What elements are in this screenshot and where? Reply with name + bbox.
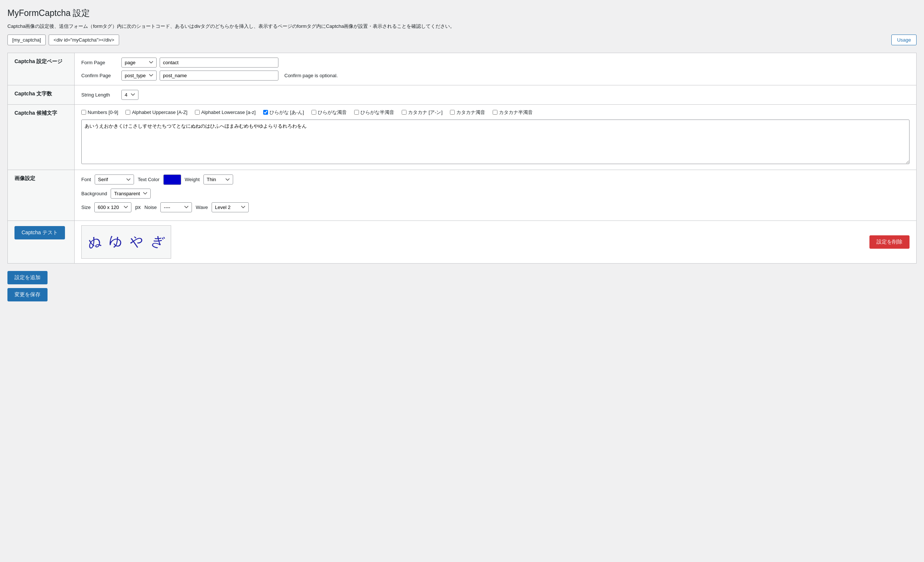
cb-upper[interactable] [126,110,130,115]
cb-hiragana-handakuten-label: ひらがな半濁音 [360,109,394,116]
image-row-3: Size 600 x 120 400 x 100 300 x 80 px Noi… [81,202,909,212]
image-row-1: Font Serif Sans-serif Monospace Text Col… [81,174,909,185]
captcha-chars-cell: Numbers [0-9] Alphabet Uppercase [A-Z] A… [75,104,916,169]
captcha-td-inner: ぬ ゆ や ぎ 設定を削除 [81,225,909,259]
image-settings-cell: Font Serif Sans-serif Monospace Text Col… [75,169,916,220]
text-color-label: Text Color [138,177,160,182]
form-page-row: Form Page page post_type [81,57,909,67]
cb-katakana-handakuten-item[interactable]: カタカナ半濁音 [493,109,533,116]
captcha-length-cell: String Length 1 2 3 4 5 6 7 8 [75,85,916,104]
cb-katakana-dakuten-item[interactable]: カタカナ濁音 [450,109,485,116]
confirm-page-label: Confirm Page [81,73,118,78]
form-page-type-select[interactable]: page post_type [122,57,157,67]
captcha-chars-row: Captcha 候補文字 Numbers [0-9] Alphabet Uppe… [8,104,916,169]
cb-katakana[interactable] [402,110,406,115]
font-select[interactable]: Serif Sans-serif Monospace [94,174,134,184]
cb-katakana-handakuten-label: カタカナ半濁音 [499,109,533,116]
cb-katakana-item[interactable]: カタカナ [ア-ン] [402,109,442,116]
captcha-chars-display: ぬ ゆ や ぎ [88,233,165,251]
action-buttons: 設定を追加 変更を保存 [8,271,916,301]
string-length-label: String Length [81,92,118,97]
px-label: px [135,204,141,210]
cb-katakana-handakuten[interactable] [493,110,498,115]
cb-upper-item[interactable]: Alphabet Uppercase [A-Z] [126,109,188,116]
string-length-select[interactable]: 1 2 3 4 5 6 7 8 [122,90,138,100]
confirm-note: Confirm page is optional. [284,73,338,78]
captcha-test-label: Captcha テスト [8,220,75,263]
cb-hiragana-label: ひらがな [あ-ん] [270,109,304,116]
usage-btn[interactable]: Usage [891,34,916,45]
cb-numbers-item[interactable]: Numbers [0-9] [81,109,118,116]
cb-hiragana-handakuten[interactable] [354,110,359,115]
image-settings-label: 画像設定 [8,169,75,220]
captcha-page-row: Captcha 設定ページ Form Page page post_type C… [8,53,916,85]
save-changes-btn[interactable]: 変更を保存 [8,288,48,301]
cb-upper-label: Alphabet Uppercase [A-Z] [132,109,188,115]
form-page-value-input[interactable] [160,57,278,67]
confirm-page-type-select[interactable]: page post_type [122,70,157,81]
weight-select[interactable]: Thin Light Normal Bold [203,174,233,184]
cb-lower-item[interactable]: Alphabet Lowercase [a-z] [195,109,256,116]
cb-hiragana-item[interactable]: ひらがな [あ-ん] [263,109,304,116]
shortcode-bar: [my_captcha] <div id="myCaptcha"></div> … [8,34,916,45]
cb-numbers-label: Numbers [0-9] [88,109,118,115]
weight-label: Weight [185,177,200,182]
image-settings-row: 画像設定 Font Serif Sans-serif Monospace Tex… [8,169,916,220]
background-select[interactable]: Transparent White Black Gray [111,189,151,199]
captcha-page-cell: Form Page page post_type Confirm Page pa… [75,53,916,85]
captcha-char-2: ゆ [107,231,124,253]
captcha-preview: ぬ ゆ や ぎ [81,225,171,259]
cb-lower[interactable] [195,110,200,115]
cb-hiragana-dakuten-label: ひらがな濁音 [318,109,347,116]
cb-katakana-dakuten-label: カタカナ濁音 [456,109,485,116]
image-row-2: Background Transparent White Black Gray [81,189,909,199]
captcha-char-4: ぎ [149,232,167,252]
cb-hiragana[interactable] [263,110,268,115]
page-description: Captcha画像の設定後、送信フォーム（formタグ）内に次のショートコード、… [8,22,916,30]
captcha-char-1: ぬ [86,231,102,252]
settings-table: Captcha 設定ページ Form Page page post_type C… [8,53,916,264]
page-title: MyFormCaptcha 設定 [8,7,916,19]
font-label: Font [81,177,91,182]
captcha-test-btn[interactable]: Captcha テスト [15,226,65,240]
checkbox-grid: Numbers [0-9] Alphabet Uppercase [A-Z] A… [81,109,909,116]
add-settings-btn[interactable]: 設定を追加 [8,271,48,284]
shortcode-1-btn[interactable]: [my_captcha] [8,34,46,45]
text-color-swatch[interactable] [164,174,181,185]
size-select[interactable]: 600 x 120 400 x 100 300 x 80 [94,202,131,212]
string-length-row: String Length 1 2 3 4 5 6 7 8 [81,90,909,100]
cb-hiragana-handakuten-item[interactable]: ひらがな半濁音 [354,109,394,116]
noise-select[interactable]: ---- Low Medium High [160,202,192,212]
cb-katakana-label: カタカナ [ア-ン] [408,109,442,116]
cb-lower-label: Alphabet Lowercase [a-z] [201,109,256,115]
confirm-page-value-input[interactable] [160,70,278,81]
noise-label: Noise [144,205,157,210]
confirm-page-row: Confirm Page page post_type Confirm page… [81,70,909,81]
captcha-length-label: Captcha 文字数 [8,85,75,104]
cb-katakana-dakuten[interactable] [450,110,455,115]
cb-numbers[interactable] [81,110,86,115]
captcha-length-row: Captcha 文字数 String Length 1 2 3 4 5 6 7 … [8,85,916,104]
delete-settings-btn[interactable]: 設定を削除 [869,235,909,249]
background-label: Background [81,191,107,196]
wave-label: Wave [196,205,208,210]
captcha-char-3: や [128,232,145,252]
cb-hiragana-dakuten[interactable] [312,110,316,115]
form-page-label: Form Page [81,60,118,65]
captcha-test-row: Captcha テスト ぬ ゆ や ぎ 設定を削除 [8,220,916,263]
candidate-textarea[interactable]: あいうえおかきくけこさしすせそたちつてとなにぬねのはひふへほまみむめもやゆよらり… [81,120,909,164]
size-label: Size [81,205,91,210]
wave-select[interactable]: Level 1 Level 2 Level 3 None [212,202,249,212]
captcha-page-label: Captcha 設定ページ [8,53,75,85]
captcha-chars-label: Captcha 候補文字 [8,104,75,169]
shortcode-2-btn[interactable]: <div id="myCaptcha"></div> [49,34,119,45]
captcha-test-cell: ぬ ゆ や ぎ 設定を削除 [75,220,916,263]
cb-hiragana-dakuten-item[interactable]: ひらがな濁音 [312,109,347,116]
